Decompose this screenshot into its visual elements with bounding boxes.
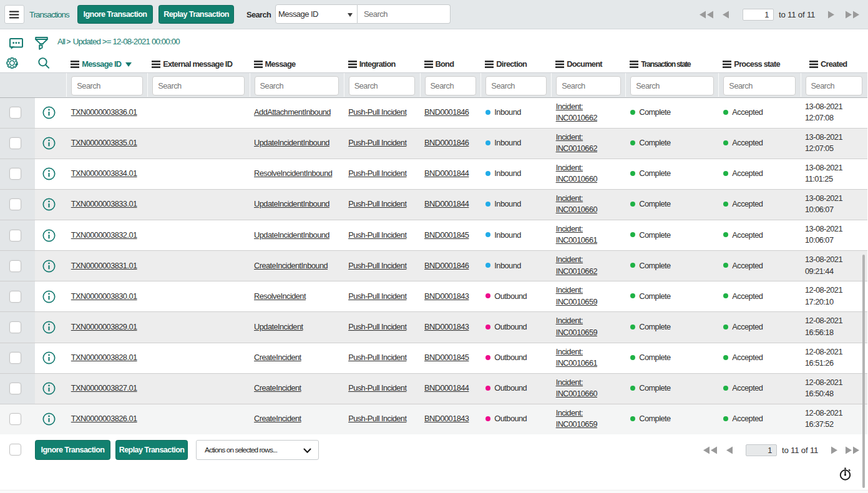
- page-number-input[interactable]: [743, 9, 774, 21]
- ignore-transaction-button[interactable]: Ignore Transaction: [77, 5, 153, 24]
- row-checkbox[interactable]: [9, 230, 21, 242]
- row-checkbox[interactable]: [9, 291, 21, 303]
- filter-input-direction[interactable]: [485, 76, 546, 95]
- document-link[interactable]: Incident: INC0010662: [556, 132, 600, 155]
- document-link[interactable]: Incident: INC0010660: [556, 193, 600, 216]
- filter-input-created[interactable]: [806, 76, 863, 95]
- row-checkbox[interactable]: [9, 383, 21, 394]
- column-menu-icon[interactable]: [723, 61, 731, 68]
- bond-link[interactable]: BND0001845: [424, 230, 469, 240]
- integration-link[interactable]: Push-Pull Incident: [348, 168, 406, 178]
- column-header-direction[interactable]: Direction: [480, 56, 551, 72]
- message-id-link[interactable]: TXN0000003826.01: [71, 414, 137, 423]
- search-field-select[interactable]: Message ID: [275, 4, 358, 24]
- column-header-integration[interactable]: Integration: [344, 56, 420, 72]
- row-checkbox[interactable]: [9, 137, 21, 149]
- record-info-icon[interactable]: [42, 321, 56, 334]
- column-header-created[interactable]: Created: [801, 56, 867, 72]
- bond-link[interactable]: BND0001843: [424, 322, 469, 331]
- message-id-link[interactable]: TXN0000003835.01: [71, 138, 137, 147]
- search-icon[interactable]: [37, 57, 51, 71]
- record-info-icon[interactable]: [42, 198, 56, 211]
- row-checkbox[interactable]: [9, 352, 21, 364]
- message-link[interactable]: ResolveIncidentInbound: [254, 168, 332, 178]
- column-menu-icon[interactable]: [809, 61, 818, 68]
- message-id-link[interactable]: TXN0000003829.01: [71, 322, 137, 331]
- first-page-button-footer[interactable]: [703, 446, 718, 454]
- document-link[interactable]: Incident: INC0010660: [556, 162, 600, 185]
- message-id-link[interactable]: TXN0000003830.01: [71, 291, 137, 301]
- document-link[interactable]: Incident: INC0010661: [556, 346, 600, 369]
- bond-link[interactable]: BND0001844: [424, 199, 469, 208]
- integration-link[interactable]: Push-Pull Incident: [348, 199, 406, 208]
- bond-link[interactable]: BND0001845: [424, 353, 469, 362]
- document-link[interactable]: Incident: INC0010662: [556, 101, 600, 124]
- message-link[interactable]: CreateIncident: [254, 414, 301, 423]
- column-header-external_message_id[interactable]: External message ID: [147, 56, 249, 72]
- list-context-menu-button[interactable]: [4, 5, 24, 24]
- column-menu-icon[interactable]: [485, 61, 494, 68]
- integration-link[interactable]: Push-Pull Incident: [348, 414, 406, 423]
- vertical-scrollbar-thumb[interactable]: [862, 255, 865, 488]
- filter-input-message_id[interactable]: [71, 76, 142, 95]
- document-link[interactable]: Incident: INC0010659: [556, 285, 600, 308]
- column-menu-icon[interactable]: [555, 61, 564, 68]
- message-link[interactable]: CreateIncident: [254, 353, 301, 362]
- row-checkbox[interactable]: [9, 413, 21, 425]
- replay-transaction-button-footer[interactable]: Replay Transaction: [115, 440, 188, 460]
- integration-link[interactable]: Push-Pull Incident: [348, 138, 406, 147]
- message-link[interactable]: CreateIncident: [254, 383, 301, 393]
- row-checkbox[interactable]: [9, 321, 21, 333]
- bond-link[interactable]: BND0001843: [424, 291, 469, 301]
- response-time-stopwatch-icon[interactable]: [837, 465, 854, 482]
- row-checkbox[interactable]: [9, 198, 21, 210]
- filter-input-transaction_state[interactable]: [630, 76, 714, 95]
- message-id-link[interactable]: TXN0000003827.01: [71, 383, 137, 393]
- message-id-link[interactable]: TXN0000003836.01: [71, 107, 137, 117]
- integration-link[interactable]: Push-Pull Incident: [348, 261, 406, 270]
- column-header-bond[interactable]: Bond: [420, 56, 481, 72]
- integration-link[interactable]: Push-Pull Incident: [348, 322, 406, 331]
- column-menu-icon[interactable]: [254, 61, 263, 68]
- filter-input-process_state[interactable]: [723, 76, 796, 95]
- record-info-icon[interactable]: [42, 229, 56, 242]
- breadcrumb-all-link[interactable]: All: [57, 37, 65, 46]
- column-header-transaction_state[interactable]: Transaction state: [625, 56, 718, 72]
- record-info-icon[interactable]: [42, 351, 56, 364]
- page-number-input-footer[interactable]: [746, 444, 777, 456]
- filter-icon[interactable]: [35, 37, 48, 50]
- breadcrumb-filter-link[interactable]: Updated >= 12-08-2021 00:00:00: [73, 37, 180, 46]
- message-link[interactable]: ResolveIncident: [254, 291, 306, 301]
- column-menu-icon[interactable]: [152, 61, 160, 68]
- header-search-input[interactable]: [358, 4, 451, 24]
- filter-input-integration[interactable]: [349, 76, 415, 95]
- document-link[interactable]: Incident: INC0010662: [556, 254, 600, 277]
- message-id-link[interactable]: TXN0000003833.01: [71, 199, 137, 208]
- message-link[interactable]: CreateIncidentInbound: [254, 261, 328, 270]
- collaboration-chat-icon[interactable]: [9, 38, 24, 50]
- previous-page-button[interactable]: [722, 11, 729, 19]
- replay-transaction-button[interactable]: Replay Transaction: [158, 5, 234, 24]
- column-menu-icon[interactable]: [348, 61, 357, 68]
- document-link[interactable]: Incident: INC0010661: [556, 223, 600, 246]
- document-link[interactable]: Incident: INC0010660: [556, 377, 600, 400]
- bond-link[interactable]: BND0001846: [424, 261, 469, 270]
- filter-input-document[interactable]: [556, 76, 621, 95]
- last-page-button-footer[interactable]: [845, 446, 860, 454]
- bond-link[interactable]: BND0001846: [424, 107, 469, 117]
- record-info-icon[interactable]: [42, 167, 56, 180]
- next-page-button-footer[interactable]: [831, 446, 838, 454]
- message-link[interactable]: UpdateIncidentInbound: [254, 138, 329, 147]
- next-page-button[interactable]: [827, 11, 835, 19]
- message-link[interactable]: AddAttachmentInbound: [254, 107, 331, 117]
- message-link[interactable]: UpdateIncidentInbound: [254, 199, 329, 208]
- row-checkbox[interactable]: [9, 168, 21, 180]
- filter-input-bond[interactable]: [425, 76, 476, 95]
- record-info-icon[interactable]: [42, 106, 56, 119]
- integration-link[interactable]: Push-Pull Incident: [348, 107, 406, 117]
- record-info-icon[interactable]: [42, 137, 56, 150]
- integration-link[interactable]: Push-Pull Incident: [348, 383, 406, 393]
- bond-link[interactable]: BND0001844: [424, 383, 469, 393]
- column-header-document[interactable]: Document: [551, 56, 625, 72]
- integration-link[interactable]: Push-Pull Incident: [348, 230, 406, 240]
